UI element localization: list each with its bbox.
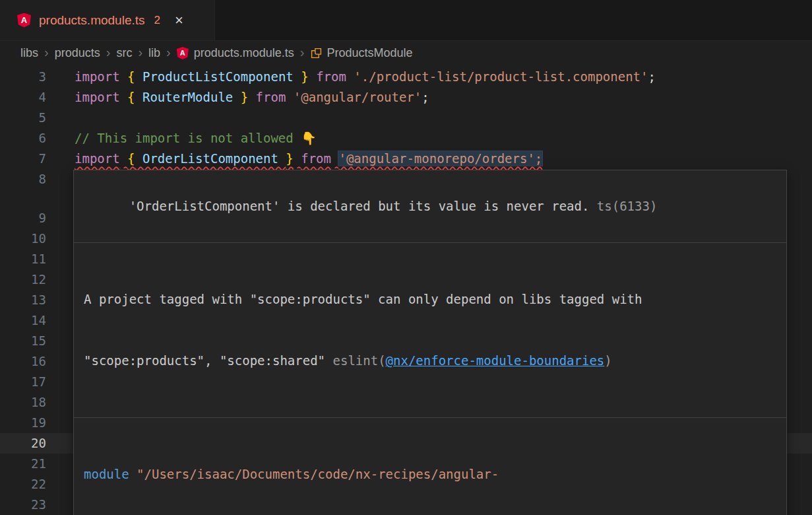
code-line-3[interactable]: 3import { ProductListComponent } from '.… xyxy=(0,67,812,87)
code-token: } xyxy=(301,69,308,84)
code-token: import xyxy=(75,90,120,104)
breadcrumb-folder-libs[interactable]: libs xyxy=(20,46,38,60)
code-line-4[interactable]: 4import { RouterModule } from '@angular/… xyxy=(0,87,812,108)
line-number-7[interactable]: 7 xyxy=(0,149,46,169)
code-token xyxy=(346,69,354,84)
hover-diagnostic-eslint: A project tagged with "scope:products" c… xyxy=(74,242,786,417)
line-number-12[interactable]: 12 xyxy=(0,269,46,290)
line-number-20[interactable]: 20 xyxy=(0,433,46,454)
chevron-right-icon: › xyxy=(138,45,142,60)
code-token: // This import is not allowed xyxy=(75,131,301,145)
code-token: from xyxy=(316,69,346,84)
code-token: RouterModule xyxy=(135,90,241,104)
ts-diagnostic-message: 'OrderListComponent' is declared but its… xyxy=(129,199,590,213)
module-keyword: module xyxy=(84,467,129,481)
eslint-rule-link[interactable]: @nx/enforce-module-boundaries xyxy=(386,353,605,368)
line-number-13[interactable]: 13 xyxy=(0,290,46,310)
code-token: { xyxy=(127,90,135,104)
eslint-message-line1: A project tagged with "scope:products" c… xyxy=(84,289,776,310)
code-token: ; xyxy=(648,69,655,84)
breadcrumb-folder-src[interactable]: src xyxy=(116,46,132,60)
code-token: 👇 xyxy=(301,131,317,145)
line-number-22[interactable]: 22 xyxy=(0,474,46,495)
code-token: from xyxy=(256,90,286,104)
code-line-content xyxy=(46,108,812,128)
line-number-18[interactable]: 18 xyxy=(0,392,46,413)
code-token: ProductListComponent xyxy=(135,69,301,84)
eslint-message-line2: "scope:products", "scope:shared" eslint(… xyxy=(84,351,776,371)
line-number-8[interactable]: 8 xyxy=(0,169,46,189)
code-token xyxy=(120,69,127,84)
code-token: from xyxy=(301,151,331,166)
class-symbol-icon xyxy=(311,48,322,59)
editor: 3import { ProductListComponent } from '.… xyxy=(0,65,812,515)
line-number-10[interactable]: 10 xyxy=(0,228,46,249)
code-token: ; xyxy=(422,90,429,104)
ts-diagnostic-code: ts(6133) xyxy=(589,199,657,213)
code-token: './product-list/product-list.component' xyxy=(354,69,648,84)
code-token xyxy=(120,90,127,104)
angular-icon: A xyxy=(17,13,31,28)
code-line-6[interactable]: 6// This import is not allowed 👇 xyxy=(0,128,812,149)
eslint-rule-prefix: eslint( xyxy=(333,353,386,368)
line-number-3[interactable]: 3 xyxy=(0,67,46,87)
code-token: { xyxy=(127,69,135,84)
code-token xyxy=(331,151,338,166)
line-number-21[interactable]: 21 xyxy=(0,454,46,474)
code-line-content: import { OrderListComponent } from '@ang… xyxy=(46,149,812,169)
code-line-7[interactable]: 7import { OrderListComponent } from '@an… xyxy=(0,149,812,169)
code-token: OrderListComponent xyxy=(135,151,286,166)
angular-icon: A xyxy=(177,47,189,59)
chevron-right-icon: › xyxy=(300,45,305,60)
breadcrumb: libs›products›src›lib›Aproducts.module.t… xyxy=(0,41,812,65)
code-line-content: import { ProductListComponent } from './… xyxy=(46,67,812,87)
hover-popup: 'OrderListComponent' is declared but its… xyxy=(73,170,787,515)
line-number-4[interactable]: 4 xyxy=(0,87,46,108)
tab-problem-count-badge: 2 xyxy=(154,14,160,27)
close-icon[interactable]: × xyxy=(175,13,183,28)
code-token: } xyxy=(241,90,248,104)
code-token: } xyxy=(286,151,293,166)
code-token: '@angular/router' xyxy=(294,90,422,104)
code-token xyxy=(309,69,316,84)
tab-bar: A products.module.ts 2 × xyxy=(0,0,812,41)
code-line-5[interactable]: 5 xyxy=(0,108,812,128)
breadcrumb-folder-lib[interactable]: lib xyxy=(148,46,160,60)
line-number-11[interactable]: 11 xyxy=(0,249,46,269)
line-number-14[interactable]: 14 xyxy=(0,310,46,331)
tab-title: products.module.ts xyxy=(39,13,145,28)
line-number-5[interactable]: 5 xyxy=(0,108,46,128)
line-number-17[interactable]: 17 xyxy=(0,372,46,392)
chevron-right-icon: › xyxy=(166,45,171,60)
line-number-6[interactable]: 6 xyxy=(0,128,46,149)
hover-module-path: module "/Users/isaac/Documents/code/nx-r… xyxy=(74,417,786,515)
breadcrumb-file[interactable]: Aproducts.module.ts xyxy=(177,46,294,60)
breadcrumb-folder-products[interactable]: products xyxy=(55,46,100,60)
tab-products-module[interactable]: A products.module.ts 2 × xyxy=(0,0,215,40)
code-token: { xyxy=(127,151,135,166)
code-token: import xyxy=(75,151,120,166)
line-number-23[interactable]: 23 xyxy=(0,495,46,515)
line-number-9[interactable]: 9 xyxy=(0,208,46,228)
code-token: '@angular-monorepo/orders'; xyxy=(338,151,542,166)
eslint-rule-suffix: ) xyxy=(604,353,611,368)
line-number-15[interactable]: 15 xyxy=(0,331,46,351)
line-number-19[interactable]: 19 xyxy=(0,413,46,433)
code-line-content: import { RouterModule } from '@angular/r… xyxy=(46,87,812,108)
code-token: import xyxy=(75,69,120,84)
code-token xyxy=(248,90,255,104)
line-number-16[interactable]: 16 xyxy=(0,351,46,372)
code-line-content: // This import is not allowed 👇 xyxy=(46,128,812,149)
breadcrumb-symbol[interactable]: ProductsModule xyxy=(311,46,413,60)
hover-diagnostic-ts: 'OrderListComponent' is declared but its… xyxy=(74,170,786,242)
chevron-right-icon: › xyxy=(106,45,111,60)
code-token xyxy=(120,151,127,166)
code-token xyxy=(294,151,301,166)
code-token xyxy=(286,90,293,104)
module-path-line1: module "/Users/isaac/Documents/code/nx-r… xyxy=(84,464,776,485)
chevron-right-icon: › xyxy=(44,45,49,60)
